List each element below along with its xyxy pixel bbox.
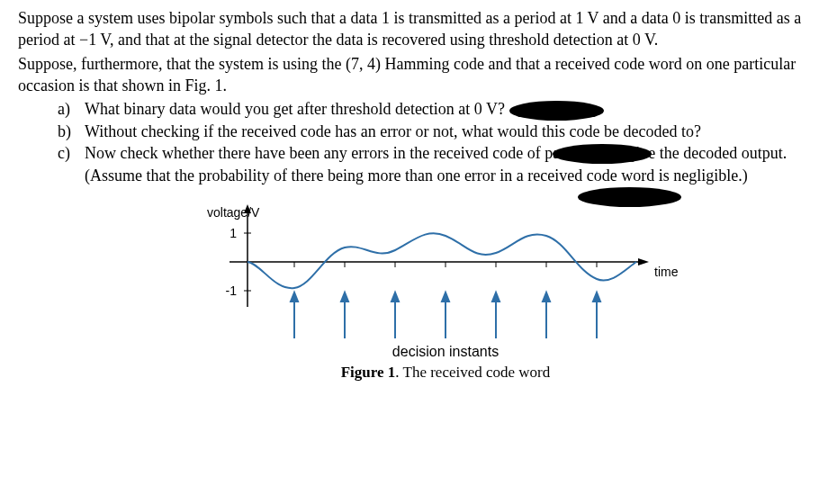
svg-marker-3 xyxy=(638,258,649,266)
question-a: a) What binary data would you get after … xyxy=(58,98,819,121)
svg-marker-14 xyxy=(291,292,298,302)
svg-marker-18 xyxy=(392,292,399,302)
question-a-marker: a) xyxy=(58,98,85,121)
question-a-text: What binary data would you get after thr… xyxy=(85,100,505,118)
question-c: c) Now check whether there have been any… xyxy=(58,142,819,186)
decision-arrows xyxy=(291,292,600,338)
question-b-marker: b) xyxy=(58,121,85,142)
figure-1: 1 -1 voltage/V time decision instants Fi… xyxy=(18,199,819,393)
svg-marker-26 xyxy=(593,292,600,302)
intro-paragraph-1: Suppose a system uses bipolar symbols su… xyxy=(18,7,819,51)
figure-caption: Figure 1. The received code word xyxy=(341,364,551,381)
y-axis-label: voltage/V xyxy=(207,205,260,220)
question-b: b) Without checking if the received code… xyxy=(58,121,819,142)
figure-1-svg: 1 -1 voltage/V time decision instants Fi… xyxy=(140,199,698,388)
x-axis-label: time xyxy=(654,265,679,279)
svg-marker-16 xyxy=(341,292,348,302)
svg-marker-22 xyxy=(492,292,500,302)
decision-instants-label: decision instants xyxy=(392,344,499,359)
question-c-marker: c) xyxy=(58,142,85,186)
intro-paragraph-2: Suppose, furthermore, that the system is… xyxy=(18,53,819,97)
svg-marker-24 xyxy=(543,292,550,302)
question-list: a) What binary data would you get after … xyxy=(18,98,819,186)
svg-marker-20 xyxy=(442,292,449,302)
redaction-mark xyxy=(509,101,604,121)
ytick-pos: 1 xyxy=(230,226,237,240)
question-b-text: Without checking if the received code ha… xyxy=(85,122,701,140)
received-signal-curve xyxy=(248,233,636,288)
question-c-text: Now check whether there have been any er… xyxy=(85,144,787,184)
ytick-neg: -1 xyxy=(226,284,238,298)
